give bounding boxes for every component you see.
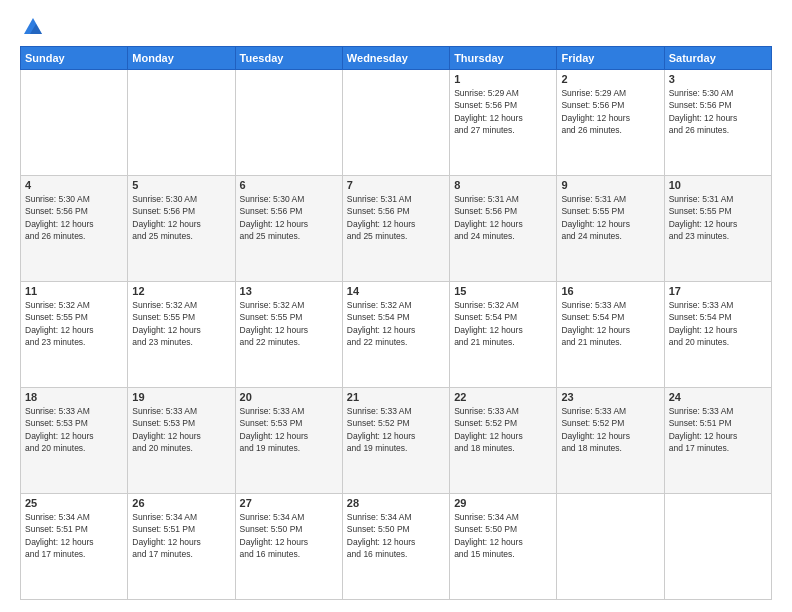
day-info: Sunrise: 5:33 AM Sunset: 5:52 PM Dayligh… — [347, 405, 445, 454]
calendar-week-row: 11Sunrise: 5:32 AM Sunset: 5:55 PM Dayli… — [21, 282, 772, 388]
calendar-cell: 23Sunrise: 5:33 AM Sunset: 5:52 PM Dayli… — [557, 388, 664, 494]
day-info: Sunrise: 5:32 AM Sunset: 5:54 PM Dayligh… — [454, 299, 552, 348]
calendar-header-thursday: Thursday — [450, 47, 557, 70]
header — [20, 16, 772, 38]
day-info: Sunrise: 5:32 AM Sunset: 5:55 PM Dayligh… — [240, 299, 338, 348]
day-number: 23 — [561, 391, 659, 403]
day-info: Sunrise: 5:34 AM Sunset: 5:50 PM Dayligh… — [347, 511, 445, 560]
day-number: 15 — [454, 285, 552, 297]
day-number: 25 — [25, 497, 123, 509]
calendar-cell: 8Sunrise: 5:31 AM Sunset: 5:56 PM Daylig… — [450, 176, 557, 282]
day-number: 4 — [25, 179, 123, 191]
day-info: Sunrise: 5:34 AM Sunset: 5:50 PM Dayligh… — [240, 511, 338, 560]
calendar-cell: 28Sunrise: 5:34 AM Sunset: 5:50 PM Dayli… — [342, 494, 449, 600]
calendar-cell: 4Sunrise: 5:30 AM Sunset: 5:56 PM Daylig… — [21, 176, 128, 282]
calendar-cell: 1Sunrise: 5:29 AM Sunset: 5:56 PM Daylig… — [450, 70, 557, 176]
day-info: Sunrise: 5:32 AM Sunset: 5:54 PM Dayligh… — [347, 299, 445, 348]
day-number: 17 — [669, 285, 767, 297]
calendar-cell: 12Sunrise: 5:32 AM Sunset: 5:55 PM Dayli… — [128, 282, 235, 388]
calendar-cell: 18Sunrise: 5:33 AM Sunset: 5:53 PM Dayli… — [21, 388, 128, 494]
calendar-cell — [235, 70, 342, 176]
day-number: 29 — [454, 497, 552, 509]
calendar-cell — [664, 494, 771, 600]
day-info: Sunrise: 5:33 AM Sunset: 5:54 PM Dayligh… — [669, 299, 767, 348]
calendar-header-tuesday: Tuesday — [235, 47, 342, 70]
calendar-header-friday: Friday — [557, 47, 664, 70]
calendar-cell: 7Sunrise: 5:31 AM Sunset: 5:56 PM Daylig… — [342, 176, 449, 282]
day-info: Sunrise: 5:31 AM Sunset: 5:55 PM Dayligh… — [669, 193, 767, 242]
day-info: Sunrise: 5:29 AM Sunset: 5:56 PM Dayligh… — [454, 87, 552, 136]
calendar-cell: 9Sunrise: 5:31 AM Sunset: 5:55 PM Daylig… — [557, 176, 664, 282]
day-number: 20 — [240, 391, 338, 403]
calendar-week-row: 1Sunrise: 5:29 AM Sunset: 5:56 PM Daylig… — [21, 70, 772, 176]
day-number: 12 — [132, 285, 230, 297]
day-info: Sunrise: 5:30 AM Sunset: 5:56 PM Dayligh… — [132, 193, 230, 242]
calendar-week-row: 4Sunrise: 5:30 AM Sunset: 5:56 PM Daylig… — [21, 176, 772, 282]
calendar-cell: 2Sunrise: 5:29 AM Sunset: 5:56 PM Daylig… — [557, 70, 664, 176]
day-number: 6 — [240, 179, 338, 191]
day-number: 28 — [347, 497, 445, 509]
calendar-week-row: 18Sunrise: 5:33 AM Sunset: 5:53 PM Dayli… — [21, 388, 772, 494]
day-info: Sunrise: 5:34 AM Sunset: 5:50 PM Dayligh… — [454, 511, 552, 560]
calendar-cell: 5Sunrise: 5:30 AM Sunset: 5:56 PM Daylig… — [128, 176, 235, 282]
calendar-cell: 16Sunrise: 5:33 AM Sunset: 5:54 PM Dayli… — [557, 282, 664, 388]
calendar-cell: 27Sunrise: 5:34 AM Sunset: 5:50 PM Dayli… — [235, 494, 342, 600]
day-number: 19 — [132, 391, 230, 403]
day-info: Sunrise: 5:32 AM Sunset: 5:55 PM Dayligh… — [132, 299, 230, 348]
day-info: Sunrise: 5:33 AM Sunset: 5:53 PM Dayligh… — [25, 405, 123, 454]
calendar-cell: 10Sunrise: 5:31 AM Sunset: 5:55 PM Dayli… — [664, 176, 771, 282]
day-info: Sunrise: 5:32 AM Sunset: 5:55 PM Dayligh… — [25, 299, 123, 348]
day-number: 1 — [454, 73, 552, 85]
day-info: Sunrise: 5:30 AM Sunset: 5:56 PM Dayligh… — [25, 193, 123, 242]
day-number: 8 — [454, 179, 552, 191]
calendar-cell: 20Sunrise: 5:33 AM Sunset: 5:53 PM Dayli… — [235, 388, 342, 494]
calendar-week-row: 25Sunrise: 5:34 AM Sunset: 5:51 PM Dayli… — [21, 494, 772, 600]
day-number: 10 — [669, 179, 767, 191]
day-info: Sunrise: 5:30 AM Sunset: 5:56 PM Dayligh… — [240, 193, 338, 242]
calendar-cell: 19Sunrise: 5:33 AM Sunset: 5:53 PM Dayli… — [128, 388, 235, 494]
calendar-cell: 25Sunrise: 5:34 AM Sunset: 5:51 PM Dayli… — [21, 494, 128, 600]
day-info: Sunrise: 5:31 AM Sunset: 5:56 PM Dayligh… — [454, 193, 552, 242]
day-number: 14 — [347, 285, 445, 297]
day-number: 18 — [25, 391, 123, 403]
day-info: Sunrise: 5:30 AM Sunset: 5:56 PM Dayligh… — [669, 87, 767, 136]
day-number: 7 — [347, 179, 445, 191]
calendar-cell — [342, 70, 449, 176]
calendar-cell: 3Sunrise: 5:30 AM Sunset: 5:56 PM Daylig… — [664, 70, 771, 176]
day-number: 24 — [669, 391, 767, 403]
day-number: 21 — [347, 391, 445, 403]
day-number: 16 — [561, 285, 659, 297]
logo — [20, 16, 44, 38]
calendar-cell: 26Sunrise: 5:34 AM Sunset: 5:51 PM Dayli… — [128, 494, 235, 600]
calendar-cell: 29Sunrise: 5:34 AM Sunset: 5:50 PM Dayli… — [450, 494, 557, 600]
day-info: Sunrise: 5:33 AM Sunset: 5:54 PM Dayligh… — [561, 299, 659, 348]
calendar-cell: 21Sunrise: 5:33 AM Sunset: 5:52 PM Dayli… — [342, 388, 449, 494]
day-number: 2 — [561, 73, 659, 85]
calendar-cell — [128, 70, 235, 176]
calendar-header-row: SundayMondayTuesdayWednesdayThursdayFrid… — [21, 47, 772, 70]
calendar-cell: 14Sunrise: 5:32 AM Sunset: 5:54 PM Dayli… — [342, 282, 449, 388]
calendar-cell — [557, 494, 664, 600]
day-number: 13 — [240, 285, 338, 297]
calendar-cell: 15Sunrise: 5:32 AM Sunset: 5:54 PM Dayli… — [450, 282, 557, 388]
day-number: 22 — [454, 391, 552, 403]
calendar-header-wednesday: Wednesday — [342, 47, 449, 70]
calendar-cell: 6Sunrise: 5:30 AM Sunset: 5:56 PM Daylig… — [235, 176, 342, 282]
page: SundayMondayTuesdayWednesdayThursdayFrid… — [0, 0, 792, 612]
day-info: Sunrise: 5:34 AM Sunset: 5:51 PM Dayligh… — [25, 511, 123, 560]
calendar-cell: 24Sunrise: 5:33 AM Sunset: 5:51 PM Dayli… — [664, 388, 771, 494]
logo-icon — [22, 16, 44, 38]
calendar-header-sunday: Sunday — [21, 47, 128, 70]
day-info: Sunrise: 5:33 AM Sunset: 5:52 PM Dayligh… — [561, 405, 659, 454]
day-info: Sunrise: 5:29 AM Sunset: 5:56 PM Dayligh… — [561, 87, 659, 136]
calendar-table: SundayMondayTuesdayWednesdayThursdayFrid… — [20, 46, 772, 600]
day-info: Sunrise: 5:33 AM Sunset: 5:53 PM Dayligh… — [240, 405, 338, 454]
calendar-cell: 22Sunrise: 5:33 AM Sunset: 5:52 PM Dayli… — [450, 388, 557, 494]
day-info: Sunrise: 5:34 AM Sunset: 5:51 PM Dayligh… — [132, 511, 230, 560]
day-number: 9 — [561, 179, 659, 191]
day-number: 26 — [132, 497, 230, 509]
day-number: 5 — [132, 179, 230, 191]
day-info: Sunrise: 5:33 AM Sunset: 5:51 PM Dayligh… — [669, 405, 767, 454]
calendar-cell: 17Sunrise: 5:33 AM Sunset: 5:54 PM Dayli… — [664, 282, 771, 388]
calendar-cell: 13Sunrise: 5:32 AM Sunset: 5:55 PM Dayli… — [235, 282, 342, 388]
